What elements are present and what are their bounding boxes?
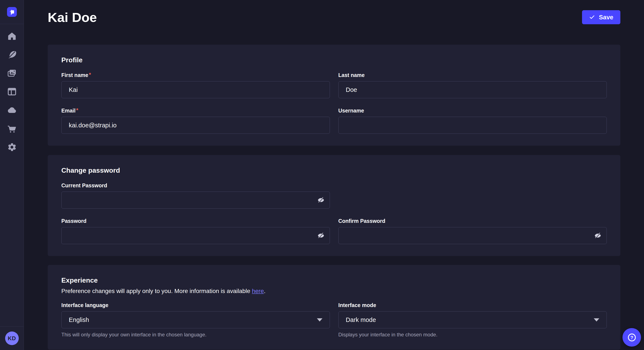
sidebar-item-deploy[interactable] [6, 105, 18, 115]
current-password-field: Current Password [61, 182, 330, 209]
sidebar-nav [0, 24, 24, 152]
username-field: Username [338, 108, 607, 134]
chevron-down-icon [594, 318, 599, 322]
interface-mode-value: Dark mode [346, 316, 376, 324]
interface-language-select[interactable]: English [61, 311, 330, 328]
cloud-icon [7, 105, 17, 115]
email-label: Email* [61, 108, 330, 114]
interface-language-value: English [69, 316, 89, 324]
interface-mode-field: Interface mode Dark mode Displays your i… [338, 302, 607, 338]
current-password-input[interactable] [61, 191, 330, 209]
chevron-down-icon [317, 318, 322, 322]
more-information-link[interactable]: here [252, 288, 264, 294]
sidebar-item-media-library[interactable] [6, 68, 18, 78]
strapi-logo[interactable] [7, 7, 17, 17]
new-password-input[interactable] [61, 227, 330, 244]
email-input[interactable] [61, 117, 330, 134]
username-input[interactable] [338, 117, 607, 134]
interface-mode-hint: Displays your interface in the chosen mo… [338, 332, 607, 338]
profile-section: Profile First name* Last name [48, 45, 620, 146]
help-button[interactable]: ? [622, 328, 641, 347]
main-content: Kai Doe Save Profile First name* Last na… [24, 0, 644, 350]
toggle-confirm-password-visibility-button[interactable] [594, 231, 602, 240]
required-marker: * [89, 72, 91, 77]
sidebar-item-settings[interactable] [6, 142, 18, 152]
new-password-field: Password [61, 218, 330, 244]
question-mark-icon: ? [627, 333, 637, 342]
sidebar-item-content-manager[interactable] [6, 49, 18, 60]
strapi-logo-icon [8, 8, 16, 16]
experience-description: Preference changes will apply only to yo… [61, 288, 607, 295]
layout-icon [7, 87, 17, 97]
user-avatar[interactable]: KD [5, 332, 19, 345]
first-name-label: First name* [61, 72, 330, 78]
sidebar-footer: KD [0, 326, 24, 350]
profile-section-title: Profile [61, 56, 607, 64]
page-header: Kai Doe Save [48, 8, 620, 26]
first-name-field: First name* [61, 72, 330, 98]
images-icon [7, 68, 17, 78]
cart-icon [7, 124, 17, 134]
last-name-label: Last name [338, 72, 607, 78]
new-password-label: Password [61, 218, 330, 224]
experience-section-title: Experience [61, 276, 607, 284]
sidebar-item-marketplace[interactable] [6, 124, 18, 134]
eye-slash-icon [594, 232, 602, 239]
confirm-password-label: Confirm Password [338, 218, 607, 224]
email-field: Email* [61, 108, 330, 134]
interface-mode-select[interactable]: Dark mode [338, 311, 607, 328]
toggle-new-password-visibility-button[interactable] [317, 231, 325, 240]
required-marker: * [76, 108, 78, 113]
sidebar: KD [0, 0, 24, 350]
sidebar-item-home[interactable] [6, 31, 18, 41]
experience-section: Experience Preference changes will apply… [48, 265, 620, 350]
confirm-password-input[interactable] [338, 227, 607, 244]
feather-icon [7, 50, 17, 59]
home-icon [7, 31, 17, 41]
password-fields-grid: Current Password Password [61, 182, 607, 244]
toggle-current-password-visibility-button[interactable] [317, 196, 325, 204]
save-button-label: Save [599, 14, 613, 21]
interface-language-label: Interface language [61, 302, 330, 308]
check-icon [589, 14, 595, 20]
change-password-section: Change password Current Password [48, 155, 620, 256]
profile-fields-grid: First name* Last name Email* [61, 72, 607, 134]
current-password-label: Current Password [61, 182, 330, 189]
interface-mode-label: Interface mode [338, 302, 607, 308]
last-name-input[interactable] [338, 81, 607, 98]
logo-area [0, 0, 24, 24]
first-name-input[interactable] [61, 81, 330, 98]
interface-language-field: Interface language English This will onl… [61, 302, 330, 338]
svg-text:?: ? [630, 335, 633, 340]
username-label: Username [338, 108, 607, 114]
last-name-field: Last name [338, 72, 607, 98]
confirm-password-field: Confirm Password [338, 218, 607, 244]
experience-fields-grid: Interface language English This will onl… [61, 302, 607, 338]
change-password-title: Change password [61, 167, 607, 174]
eye-slash-icon [317, 196, 324, 204]
gear-icon [7, 142, 17, 152]
save-button[interactable]: Save [582, 10, 620, 24]
interface-language-hint: This will only display your own interfac… [61, 332, 330, 338]
sidebar-item-content-type-builder[interactable] [6, 87, 18, 97]
eye-slash-icon [317, 232, 324, 239]
page-title: Kai Doe [48, 10, 97, 25]
